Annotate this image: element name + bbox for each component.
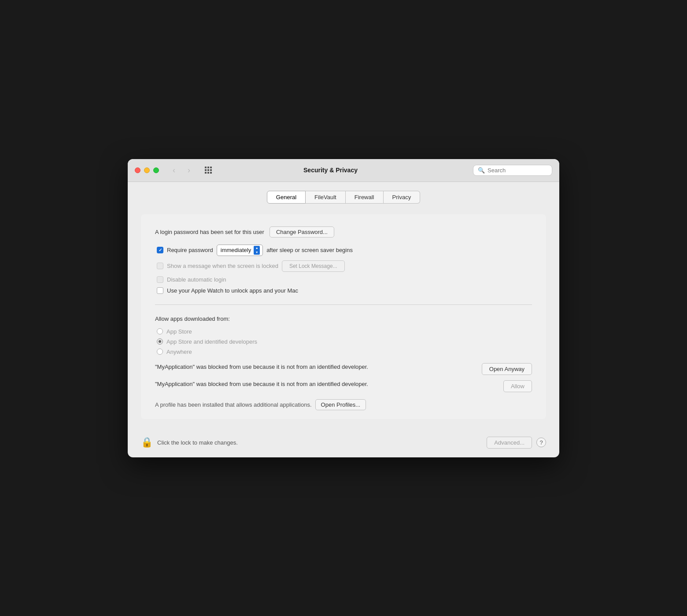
back-button[interactable]: ‹ (168, 164, 180, 176)
main-window: ‹ › Security & Privacy 🔍 General FileVau… (128, 159, 559, 457)
stepper-down[interactable]: ▼ (254, 250, 260, 255)
set-lock-message-button[interactable]: Set Lock Message... (282, 260, 345, 272)
disable-login-row: Disable automatic login (157, 276, 532, 283)
password-label: A login password has been set for this u… (155, 229, 264, 235)
help-button[interactable]: ? (536, 438, 546, 447)
tab-filevault[interactable]: FileVault (306, 191, 346, 204)
disable-login-checkbox[interactable] (157, 276, 163, 283)
show-message-row: Show a message when the screen is locked… (157, 260, 532, 272)
radio-group: App Store App Store and identified devel… (157, 328, 532, 355)
immediately-value: immediately (221, 247, 251, 253)
open-profiles-button[interactable]: Open Profiles... (315, 399, 366, 410)
radio-app-store-label: App Store (166, 328, 192, 335)
stepper-up[interactable]: ▲ (254, 246, 260, 250)
lock-icon[interactable]: 🔒 (141, 437, 153, 448)
allow-button[interactable]: Allow (503, 380, 532, 392)
radio-app-store-dev[interactable] (157, 338, 163, 345)
stepper-arrows: ▲ ▼ (254, 246, 260, 255)
checkbox-group: Require password immediately ▲ ▼ after s… (157, 245, 532, 294)
blocked-row-1: "MyApplication" was blocked from use bec… (155, 363, 532, 375)
settings-panel: A login password has been set for this u… (141, 214, 546, 419)
apple-watch-row: Use your Apple Watch to unlock apps and … (157, 287, 532, 294)
advanced-button[interactable]: Advanced... (487, 437, 532, 449)
search-input[interactable] (488, 167, 547, 174)
password-row: A login password has been set for this u… (155, 226, 532, 237)
allow-apps-label: Allow apps downloaded from: (155, 315, 532, 322)
radio-app-store-dev-label: App Store and identified developers (166, 338, 257, 345)
tab-privacy[interactable]: Privacy (384, 191, 421, 204)
minimize-button[interactable] (144, 167, 150, 173)
require-password-checkbox[interactable] (157, 247, 163, 253)
password-section: A login password has been set for this u… (155, 226, 532, 294)
profile-row: A profile has been installed that allows… (155, 399, 532, 410)
radio-anywhere-label: Anywhere (166, 349, 192, 355)
change-password-button[interactable]: Change Password... (270, 226, 334, 237)
immediately-select[interactable]: immediately ▲ ▼ (217, 245, 263, 256)
disable-login-label: Disable automatic login (167, 276, 226, 283)
require-password-label: Require password (167, 247, 213, 253)
apple-watch-label: Use your Apple Watch to unlock apps and … (167, 287, 298, 294)
tab-firewall[interactable]: Firewall (346, 191, 384, 204)
close-button[interactable] (135, 167, 140, 173)
tab-general[interactable]: General (267, 191, 306, 204)
section-divider (155, 304, 532, 305)
radio-anywhere-row: Anywhere (157, 349, 532, 355)
require-password-row: Require password immediately ▲ ▼ after s… (157, 245, 532, 256)
radio-app-store-dev-row: App Store and identified developers (157, 338, 532, 345)
profile-text: A profile has been installed that allows… (155, 401, 312, 408)
radio-app-store[interactable] (157, 328, 163, 334)
blocked-text-2: "MyApplication" was blocked from use bec… (155, 380, 496, 388)
traffic-lights (135, 167, 159, 173)
search-box[interactable]: 🔍 (473, 165, 552, 176)
after-sleep-label: after sleep or screen saver begins (266, 247, 353, 253)
open-anyway-button[interactable]: Open Anyway (482, 363, 532, 375)
bottom-bar: 🔒 Click the lock to make changes. Advanc… (128, 430, 559, 457)
window-title: Security & Privacy (193, 167, 468, 174)
lock-section: 🔒 Click the lock to make changes. (141, 437, 238, 448)
show-message-label: Show a message when the screen is locked (167, 263, 278, 269)
nav-buttons: ‹ › (168, 164, 195, 176)
show-message-checkbox[interactable] (157, 263, 163, 269)
radio-anywhere[interactable] (157, 349, 163, 355)
blocked-row-2: "MyApplication" was blocked from use bec… (155, 380, 532, 392)
tab-bar: General FileVault Firewall Privacy (141, 191, 546, 204)
blocked-apps-section: "MyApplication" was blocked from use bec… (155, 363, 532, 410)
apple-watch-checkbox[interactable] (157, 287, 163, 294)
content-area: General FileVault Firewall Privacy A log… (128, 182, 559, 430)
lock-text: Click the lock to make changes. (157, 439, 238, 446)
blocked-text-1: "MyApplication" was blocked from use bec… (155, 363, 475, 371)
search-icon: 🔍 (478, 167, 485, 174)
allow-apps-section: Allow apps downloaded from: App Store Ap… (155, 315, 532, 410)
maximize-button[interactable] (153, 167, 159, 173)
titlebar: ‹ › Security & Privacy 🔍 (128, 159, 559, 182)
radio-app-store-row: App Store (157, 328, 532, 335)
bottom-right-buttons: Advanced... ? (487, 437, 546, 449)
